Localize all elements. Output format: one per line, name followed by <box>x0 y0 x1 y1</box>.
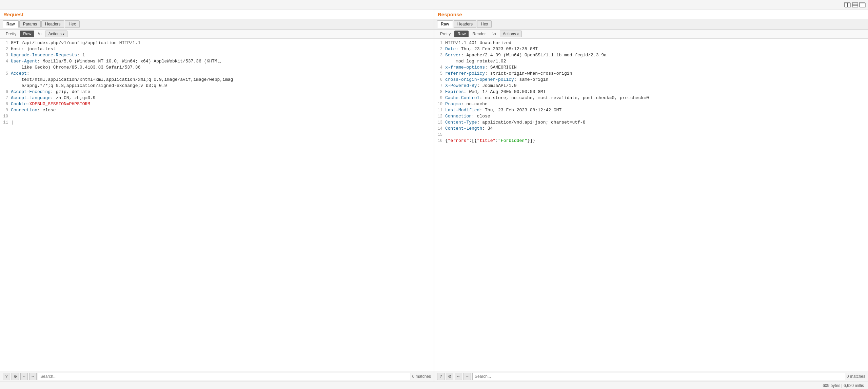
line-num: 13 <box>434 119 445 126</box>
layout-single-icon[interactable] <box>859 2 865 7</box>
request-settings-button[interactable]: ⚙ <box>12 373 19 380</box>
request-search-input[interactable] <box>38 373 411 380</box>
line-num: 10 <box>434 101 445 107</box>
request-line-5b: text/html,application/xhtml+xml,applicat… <box>0 77 434 83</box>
request-code-area: 1 GET /api/index.php/v1/config/applicati… <box>0 39 434 371</box>
response-help-button[interactable]: ? <box>437 373 445 380</box>
line-content: e/apng,*/*;q=0.8,application/signed-exch… <box>11 83 167 89</box>
line-num: 6 <box>434 77 445 83</box>
request-line-9: 9 Connection: close <box>0 107 434 113</box>
svg-rect-1 <box>848 3 850 7</box>
response-subtab-raw[interactable]: Raw <box>454 31 469 37</box>
request-panel: Request Raw Params Headers Hex Pretty Ra… <box>0 10 434 382</box>
response-subtab-ln[interactable]: \n <box>490 31 499 37</box>
status-footer: 609 bytes | 6,620 millis <box>0 382 868 389</box>
request-tab-raw[interactable]: Raw <box>3 20 19 28</box>
line-content: Accept: <box>11 71 29 77</box>
svg-rect-4 <box>860 3 865 7</box>
line-content: {"errors":[{"title":"Forbidden"}]} <box>445 138 535 144</box>
line-num: 2 <box>0 46 11 52</box>
response-subtab-pretty[interactable]: Pretty <box>437 31 454 37</box>
line-num: 7 <box>434 83 445 89</box>
response-tab-headers[interactable]: Headers <box>454 20 476 28</box>
line-content: Connection: close <box>11 107 56 113</box>
line-content: Last-Modified: Thu, 23 Feb 2023 08:12:42… <box>445 107 561 113</box>
response-matches-count: 0 matches <box>847 374 865 379</box>
request-line-5: 5 Accept: <box>0 71 434 77</box>
response-line-15: 15 <box>434 132 868 138</box>
line-content: Pragma: no-cache <box>445 101 488 107</box>
request-forward-button[interactable]: → <box>29 373 37 380</box>
line-num <box>0 64 11 71</box>
line-content: Upgrade-Insecure-Requests: 1 <box>11 52 85 58</box>
response-sub-tab-bar: Pretty Raw Render \n Actions <box>434 30 868 39</box>
response-line-7: 7 X-Powered-By: JoomlaAPI/1.0 <box>434 83 868 89</box>
response-tab-hex[interactable]: Hex <box>477 20 492 28</box>
line-content: Host: joomla.test <box>11 46 56 52</box>
request-line-1: 1 GET /api/index.php/v1/config/applicati… <box>0 40 434 46</box>
request-tab-headers[interactable]: Headers <box>41 20 64 28</box>
line-content: text/html,application/xhtml+xml,applicat… <box>11 77 233 83</box>
response-line-11: 11 Last-Modified: Thu, 23 Feb 2023 08:12… <box>434 107 868 113</box>
response-tab-bar: Raw Headers Hex <box>434 19 868 30</box>
request-matches-count: 0 matches <box>412 374 431 379</box>
response-forward-button[interactable]: → <box>463 373 471 380</box>
response-actions-button[interactable]: Actions <box>500 31 522 37</box>
line-num: 5 <box>0 71 11 77</box>
line-num: 8 <box>434 89 445 95</box>
response-line-2: 2 Date: Thu, 23 Feb 2023 08:12:35 GMT <box>434 46 868 52</box>
response-title: Response <box>434 10 868 19</box>
response-tab-raw[interactable]: Raw <box>437 20 453 28</box>
request-subtab-pretty[interactable]: Pretty <box>3 31 19 37</box>
response-line-3b: mod_log_rotate/1.02 <box>434 58 868 64</box>
line-content: Accept-Encoding: gzip, deflate <box>11 89 90 95</box>
line-num: 3 <box>434 52 445 58</box>
request-tab-hex[interactable]: Hex <box>65 20 79 28</box>
request-actions-button[interactable]: Actions <box>45 31 67 37</box>
request-tab-params[interactable]: Params <box>19 20 41 28</box>
line-content <box>11 113 14 119</box>
line-content: referrer-policy: strict-origin-when-cros… <box>445 71 572 77</box>
line-num: 8 <box>0 101 11 107</box>
request-back-button[interactable]: ← <box>20 373 28 380</box>
line-num <box>0 77 11 83</box>
request-line-10: 10 <box>0 113 434 119</box>
line-content: Content-Length: 34 <box>445 126 493 132</box>
request-subtab-ln[interactable]: \n <box>35 31 44 37</box>
top-bar <box>0 0 868 10</box>
request-line-5c: e/apng,*/*;q=0.8,application/signed-exch… <box>0 83 434 89</box>
layout-split-vertical-icon[interactable] <box>852 2 858 7</box>
line-content: x-frame-options: SAMEORIGIN <box>445 64 517 71</box>
response-settings-button[interactable]: ⚙ <box>446 373 453 380</box>
line-content: Content-Type: application/vnd.api+json; … <box>445 119 585 126</box>
request-title: Request <box>0 10 434 19</box>
svg-rect-2 <box>852 3 858 5</box>
layout-icons <box>844 2 865 7</box>
response-code-area: 1 HTTP/1.1 401 Unauthorized 2 Date: Thu,… <box>434 39 868 371</box>
line-num <box>434 58 445 64</box>
line-content: Server: Apache/2.4.39 (Win64) OpenSSL/1.… <box>445 52 607 58</box>
response-back-button[interactable]: ← <box>455 373 462 380</box>
svg-rect-0 <box>845 3 847 7</box>
line-content: Accept-Language: zh-CN, zh;q=0.9 <box>11 95 96 101</box>
response-subtab-render[interactable]: Render <box>469 31 489 37</box>
response-status-bar: 609 bytes | 6,620 millis <box>823 383 864 388</box>
line-num: 11 <box>434 107 445 113</box>
response-line-8: 8 Expires: Wed, 17 Aug 2005 00:00:00 GMT <box>434 89 868 95</box>
request-help-button[interactable]: ? <box>3 373 10 380</box>
line-num: 6 <box>0 89 11 95</box>
layout-split-horizontal-icon[interactable] <box>844 2 850 7</box>
request-subtab-raw[interactable]: Raw <box>20 31 34 37</box>
line-content: cross-origin-opener-policy: same-origin <box>445 77 548 83</box>
request-line-4: 4 User-Agent: Mozilla/5.0 (Windows NT 10… <box>0 58 434 64</box>
line-num: 11 <box>0 119 11 126</box>
request-bottom-bar: ? ⚙ ← → 0 matches <box>0 371 434 382</box>
line-num: 14 <box>434 126 445 132</box>
line-num: 9 <box>0 107 11 113</box>
response-line-13: 13 Content-Type: application/vnd.api+jso… <box>434 119 868 126</box>
response-line-9: 9 Cache-Control: no-store, no-cache, mus… <box>434 95 868 101</box>
line-content <box>445 132 448 138</box>
request-line-2: 2 Host: joomla.test <box>0 46 434 52</box>
response-search-input[interactable] <box>472 373 845 380</box>
line-num: 16 <box>434 138 445 144</box>
